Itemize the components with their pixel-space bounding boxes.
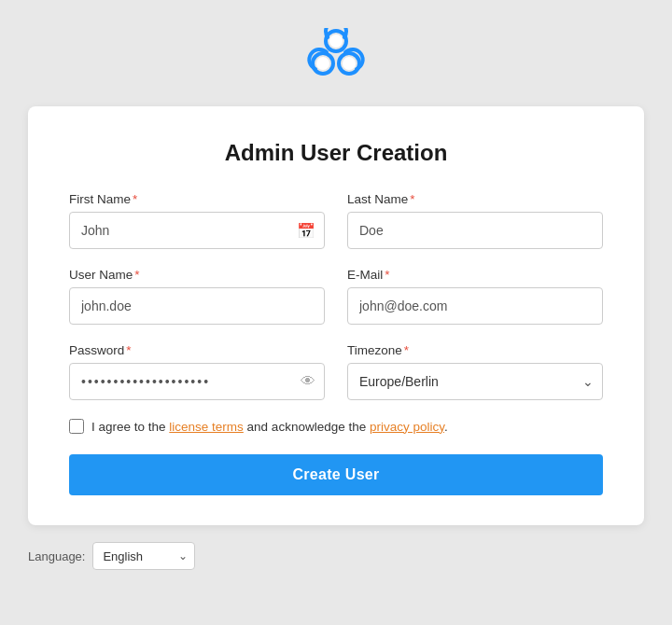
first-name-label: First Name* bbox=[69, 192, 325, 206]
page-title: Admin User Creation bbox=[69, 140, 603, 166]
last-name-group: Last Name* bbox=[347, 192, 603, 249]
timezone-group: Timezone* Europe/Berlin UTC America/New_… bbox=[347, 343, 603, 400]
password-group: Password* 👁 bbox=[69, 343, 325, 400]
agree-text: I agree to the license terms and acknowl… bbox=[91, 420, 448, 434]
username-group: User Name* bbox=[69, 268, 325, 325]
logo-area bbox=[306, 28, 366, 88]
password-label: Password* bbox=[69, 343, 325, 357]
email-group: E-Mail* bbox=[347, 268, 603, 325]
password-timezone-row: Password* 👁 Timezone* Europe/Berlin UTC … bbox=[69, 343, 603, 400]
language-label: Language: bbox=[28, 549, 85, 563]
svg-point-5 bbox=[343, 57, 356, 70]
privacy-policy-link[interactable]: privacy policy bbox=[370, 420, 444, 434]
email-input-wrapper bbox=[347, 287, 603, 325]
footer-language-bar: Language: English Deutsch Français Españ… bbox=[28, 542, 644, 570]
first-name-input[interactable] bbox=[69, 212, 325, 249]
last-name-label: Last Name* bbox=[347, 192, 603, 206]
agree-checkbox[interactable] bbox=[69, 419, 84, 434]
app-logo bbox=[306, 28, 366, 84]
svg-point-4 bbox=[316, 57, 329, 70]
first-name-input-wrapper: 📅 bbox=[69, 212, 325, 249]
admin-user-creation-card: Admin User Creation First Name* 📅 Last N… bbox=[28, 106, 644, 525]
timezone-select-wrapper: Europe/Berlin UTC America/New_York Ameri… bbox=[347, 363, 603, 400]
language-select-wrapper: English Deutsch Français Español 中文 ⌄ bbox=[92, 542, 195, 570]
first-name-group: First Name* 📅 bbox=[69, 192, 325, 249]
timezone-label: Timezone* bbox=[347, 343, 603, 357]
password-input-wrapper: 👁 bbox=[69, 363, 325, 400]
email-label: E-Mail* bbox=[347, 268, 603, 282]
name-row: First Name* 📅 Last Name* bbox=[69, 192, 603, 249]
password-input[interactable] bbox=[69, 363, 325, 400]
language-select[interactable]: English Deutsch Français Español 中文 bbox=[92, 542, 195, 570]
username-email-row: User Name* E-Mail* bbox=[69, 268, 603, 325]
license-terms-link[interactable]: license terms bbox=[169, 420, 244, 434]
email-input[interactable] bbox=[347, 287, 603, 325]
create-user-button[interactable]: Create User bbox=[69, 454, 603, 495]
agree-row: I agree to the license terms and acknowl… bbox=[69, 419, 603, 434]
timezone-select[interactable]: Europe/Berlin UTC America/New_York Ameri… bbox=[347, 363, 603, 400]
username-input[interactable] bbox=[69, 287, 325, 325]
username-input-wrapper bbox=[69, 287, 325, 325]
last-name-input[interactable] bbox=[347, 212, 603, 249]
username-label: User Name* bbox=[69, 268, 325, 282]
svg-point-3 bbox=[329, 35, 343, 48]
last-name-input-wrapper bbox=[347, 212, 603, 249]
